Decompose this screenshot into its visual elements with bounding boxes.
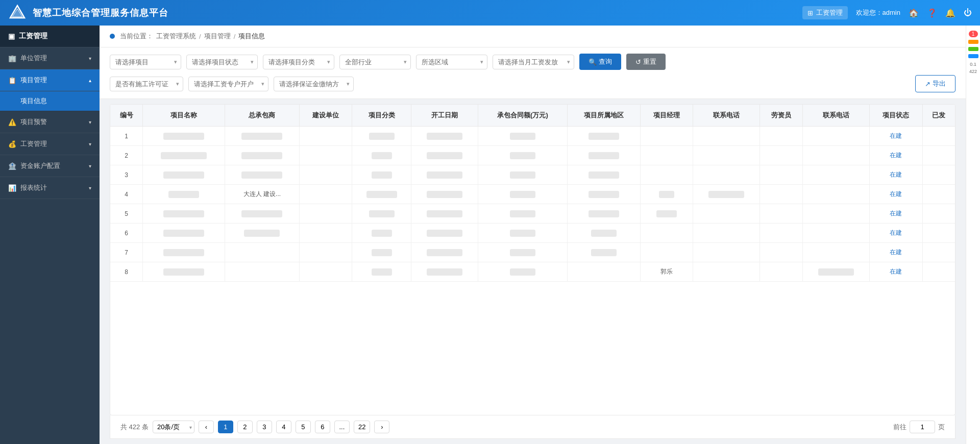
reset-button[interactable]: ↺ 重置 [626,54,666,70]
main-layout: ▣ 工资管理 🏢 单位管理 ▾ 📋 项目管理 ▴ 项目信息 ⚠️ 项目预警 [0,26,980,444]
table-cell [299,204,352,224]
table-cell [352,224,411,243]
table-cell [760,185,803,204]
sidebar-item-report[interactable]: 📊 报表统计 ▾ [0,177,100,199]
page-size-select[interactable]: 20条/页 50条/页 100条/页 [153,421,194,433]
table-cell [803,262,870,282]
query-button[interactable]: 🔍 查询 [579,54,621,70]
sidebar-item-account[interactable]: 🏦 资金账户配置 ▾ [0,155,100,177]
table-cell [352,185,411,204]
filter-category-select[interactable]: 请选择项目分类 [263,55,334,69]
page-btn-5[interactable]: 5 [296,421,311,433]
filter-account-select[interactable]: 请选择工资专户开户 [188,77,268,91]
power-icon[interactable]: ⏻ [964,8,972,17]
table-cell [803,185,870,204]
project-select-wrapper: 请选择项目 [110,55,181,69]
page-btn-4[interactable]: 4 [276,421,291,433]
table-cell [640,204,693,224]
table-cell [640,127,693,146]
sidebar-item-warning[interactable]: ⚠️ 项目预警 ▾ [0,111,100,133]
table-cell-status: 在建 [869,146,922,165]
prev-page-btn[interactable]: ‹ [199,421,214,433]
next-page-btn[interactable]: › [374,421,389,433]
grid-icon: ⊞ [807,9,813,17]
table-cell [143,165,225,185]
table-cell [568,262,641,282]
table-cell [225,146,300,165]
app-title: 智慧工地综合管理服务信息平台 [33,7,168,19]
notification-icon[interactable]: 🔔 [945,8,955,18]
sidebar-sub-project-info[interactable]: 项目信息 [0,91,100,111]
data-table-wrapper: 编号 项目名称 总承包商 建设单位 项目分类 开工日期 承包合同额(万元) 项目… [110,104,955,415]
page-btn-1[interactable]: 1 [218,421,233,433]
goto-input[interactable] [910,421,935,433]
home-icon[interactable]: 🏠 [909,8,919,18]
table-cell-status: 在建 [869,243,922,262]
table-cell [478,185,567,204]
table-row: 6 在建 [110,224,955,243]
chevron-down-icon-5: ▾ [89,185,91,191]
table-cell [693,224,760,243]
chevron-down-icon-4: ▾ [89,163,91,169]
sidebar-item-unit[interactable]: 🏢 单位管理 ▾ [0,47,100,69]
table-cell [143,243,225,262]
breadcrumb-sep-2: / [234,33,236,40]
table-cell [760,243,803,262]
breadcrumb-item-2[interactable]: 项目管理 [204,32,231,41]
breadcrumb-prefix: 当前位置： [120,32,153,41]
chevron-up-icon: ▴ [89,78,91,83]
table-cell [352,243,411,262]
sidebar-item-report-label: 报表统计 [20,183,47,192]
sidebar: ▣ 工资管理 🏢 单位管理 ▾ 📋 项目管理 ▴ 项目信息 ⚠️ 项目预警 [0,26,100,444]
table-cell [803,165,870,185]
filter-region-select[interactable]: 所选区域 [416,55,487,69]
table-cell [299,243,352,262]
table-cell-id: 3 [110,165,143,185]
export-button[interactable]: ↗ 导出 [915,75,955,92]
table-cell [411,204,478,224]
filter-permit-select[interactable]: 是否有施工许可证 [110,77,183,91]
table-cell [225,165,300,185]
logo-icon [8,4,27,22]
col-phone2: 联系电话 [803,105,870,127]
table-cell-status: 在建 [869,224,922,243]
table-cell-issued [922,243,955,262]
permit-select-wrapper: 是否有施工许可证 [110,77,183,91]
page-btn-2[interactable]: 2 [237,421,253,433]
table-cell [143,127,225,146]
table-cell [411,243,478,262]
salary-icon: 💰 [8,140,16,148]
table-cell [568,165,641,185]
filter-salary-select[interactable]: 请选择当月工资发放 [493,55,574,69]
table-cell [143,224,225,243]
table-cell [803,127,870,146]
header-left: 智慧工地综合管理服务信息平台 [8,4,168,22]
sidebar-item-salary[interactable]: 💰 工资管理 ▾ [0,133,100,155]
table-cell [568,224,641,243]
filter-project-select[interactable]: 请选择项目 [110,55,181,69]
page-btn-3[interactable]: 3 [257,421,272,433]
breadcrumb: 当前位置： 工资管理系统 / 项目管理 / 项目信息 [100,26,966,47]
breadcrumb-item-1[interactable]: 工资管理系统 [156,32,196,41]
table-cell [352,204,411,224]
sidebar-item-warning-label: 项目预警 [20,117,47,127]
table-cell [640,146,693,165]
table-cell [411,224,478,243]
filter-area: 请选择项目 请选择项目状态 请选择项目分类 全部行业 [100,47,966,99]
table-cell [693,185,760,204]
color-block-blue [968,54,978,58]
filter-industry-select[interactable]: 全部行业 [339,55,411,69]
table-row: 8 郭乐 在建 [110,262,955,282]
page-btn-22[interactable]: 22 [354,421,370,433]
nav-salary-btn[interactable]: ⊞ 工资管理 [802,6,848,19]
col-manager: 项目经理 [640,105,693,127]
filter-status-select[interactable]: 请选择项目状态 [186,55,258,69]
table-header-row: 编号 项目名称 总承包商 建设单位 项目分类 开工日期 承包合同额(万元) 项目… [110,105,955,127]
filter-deposit-select[interactable]: 请选择保证金缴纳方 [274,77,354,91]
sidebar-item-project[interactable]: 📋 项目管理 ▴ [0,69,100,91]
help-icon[interactable]: ❓ [927,8,937,18]
table-cell [143,185,225,204]
page-btn-6[interactable]: 6 [315,421,330,433]
table-cell-status: 在建 [869,127,922,146]
table-cell-issued [922,224,955,243]
